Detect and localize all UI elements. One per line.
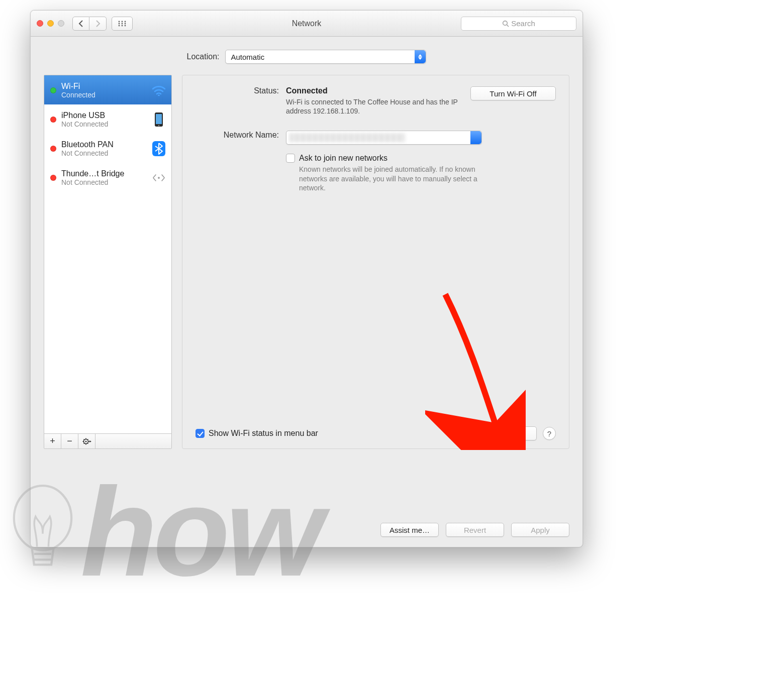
sidebar-item-text: Thunde…t Bridge Not Connected (61, 169, 146, 186)
nav-buttons (72, 17, 107, 31)
svg-line-24 (87, 443, 88, 444)
redacted-network-name (289, 133, 405, 142)
status-label: Status: (195, 86, 286, 95)
svg-point-14 (158, 125, 160, 127)
chevron-updown-icon (470, 131, 481, 144)
assist-me-button[interactable]: Assist me… (380, 523, 439, 537)
sidebar-item-name: Wi-Fi (61, 82, 146, 91)
sidebar-item-text: iPhone USB Not Connected (61, 111, 146, 128)
svg-point-1 (122, 21, 123, 22)
window-footer: Assist me… Revert Apply (380, 523, 569, 537)
status-dot-icon (50, 87, 56, 93)
sidebar-item-status: Not Connected (61, 178, 146, 186)
ask-join-row: Ask to join new networks Known networks … (195, 154, 556, 192)
sidebar-item-status: Not Connected (61, 149, 146, 157)
turn-wifi-off-button[interactable]: Turn Wi-Fi Off (470, 86, 556, 100)
network-preferences-window: Network Search Location: Automatic Wi-Fi… (30, 10, 583, 547)
wifi-icon (151, 85, 166, 96)
panel-footer: Show Wi-Fi status in menu bar Advanced… … (195, 426, 556, 440)
ask-join-label: Ask to join new networks (299, 154, 387, 163)
details-panel: Turn Wi-Fi Off Status: Connected Wi-Fi i… (182, 75, 569, 449)
zoom-icon (58, 20, 64, 27)
status-dot-icon (50, 146, 56, 152)
advanced-label: Advanced… (481, 429, 522, 438)
svg-point-16 (158, 177, 160, 179)
apply-button: Apply (511, 523, 569, 537)
status-detail: Wi-Fi is connected to The Coffee House a… (286, 97, 472, 116)
sidebar-item-name: Bluetooth PAN (61, 140, 146, 149)
search-field[interactable]: Search (461, 17, 576, 31)
back-button[interactable] (72, 17, 89, 31)
network-name-label: Network Name: (195, 131, 286, 140)
svg-point-8 (125, 25, 126, 26)
network-name-value (286, 131, 556, 145)
gear-icon (82, 438, 92, 445)
titlebar: Network Search (31, 11, 582, 37)
minimize-icon[interactable] (47, 20, 54, 27)
forward-button (89, 17, 107, 31)
location-value: Automatic (231, 53, 264, 61)
turn-wifi-off-label: Turn Wi-Fi Off (489, 89, 536, 98)
iphone-icon (151, 112, 166, 127)
search-icon (502, 20, 509, 27)
sidebar-item-status: Connected (61, 91, 146, 99)
bluetooth-icon (151, 141, 166, 156)
interfaces-sidebar: Wi-Fi Connected iPhone USB Not Connected (44, 75, 172, 449)
sidebar-item-text: Wi-Fi Connected (61, 82, 146, 99)
svg-point-18 (85, 440, 86, 442)
search-placeholder: Search (511, 19, 535, 28)
revert-button: Revert (446, 523, 504, 537)
assist-me-label: Assist me… (389, 526, 430, 534)
traffic-lights (37, 20, 64, 27)
svg-point-7 (122, 25, 123, 26)
show-menubar-checkbox[interactable] (195, 429, 205, 438)
svg-point-5 (125, 23, 126, 24)
svg-rect-13 (156, 114, 162, 124)
show-menubar-label: Show Wi-Fi status in menu bar (209, 429, 318, 438)
sidebar-item-thunderbolt-bridge[interactable]: Thunde…t Bridge Not Connected (44, 163, 171, 192)
sidebar-item-name: iPhone USB (61, 111, 146, 120)
chevron-updown-icon (415, 50, 426, 63)
show-menubar-row[interactable]: Show Wi-Fi status in menu bar (195, 429, 318, 438)
show-all-button[interactable] (112, 17, 133, 31)
remove-interface-button[interactable]: − (61, 434, 78, 448)
sidebar-item-bluetooth-pan[interactable]: Bluetooth PAN Not Connected (44, 134, 171, 163)
svg-point-4 (122, 23, 123, 24)
location-label: Location: (187, 52, 220, 61)
sidebar-item-wifi[interactable]: Wi-Fi Connected (44, 75, 171, 104)
ask-join-checkbox-row[interactable]: Ask to join new networks (286, 154, 556, 163)
location-row: Location: Automatic (31, 37, 582, 75)
svg-point-3 (119, 23, 120, 24)
sidebar-item-status: Not Connected (61, 120, 146, 128)
revert-label: Revert (464, 526, 486, 534)
sidebar-item-iphone-usb[interactable]: iPhone USB Not Connected (44, 104, 171, 134)
interfaces-list: Wi-Fi Connected iPhone USB Not Connected (44, 75, 171, 433)
close-icon[interactable] (37, 20, 43, 27)
thunderbolt-icon (151, 172, 166, 183)
svg-line-10 (507, 25, 509, 27)
svg-point-11 (158, 94, 160, 96)
status-dot-icon (50, 175, 56, 181)
sidebar-item-name: Thunde…t Bridge (61, 169, 146, 178)
ask-join-checkbox[interactable] (286, 154, 295, 163)
svg-point-9 (503, 21, 508, 25)
advanced-button[interactable]: Advanced… (466, 426, 537, 440)
svg-point-0 (119, 21, 120, 22)
location-dropdown[interactable]: Automatic (225, 50, 426, 64)
help-button[interactable]: ? (543, 427, 556, 440)
svg-line-25 (83, 443, 84, 444)
svg-line-26 (87, 439, 88, 440)
action-menu-button[interactable] (78, 434, 95, 448)
apply-label: Apply (531, 526, 550, 534)
network-name-row: Network Name: (195, 131, 556, 145)
ask-join-detail: Known networks will be joined automatica… (299, 165, 485, 192)
body: Wi-Fi Connected iPhone USB Not Connected (31, 75, 582, 449)
sidebar-footer: + − (44, 433, 171, 448)
svg-point-2 (125, 21, 126, 22)
svg-line-23 (83, 439, 84, 440)
add-interface-button[interactable]: + (44, 434, 61, 448)
status-dot-icon (50, 117, 56, 123)
svg-point-6 (119, 25, 120, 26)
network-name-dropdown[interactable] (286, 131, 482, 145)
sidebar-item-text: Bluetooth PAN Not Connected (61, 140, 146, 157)
